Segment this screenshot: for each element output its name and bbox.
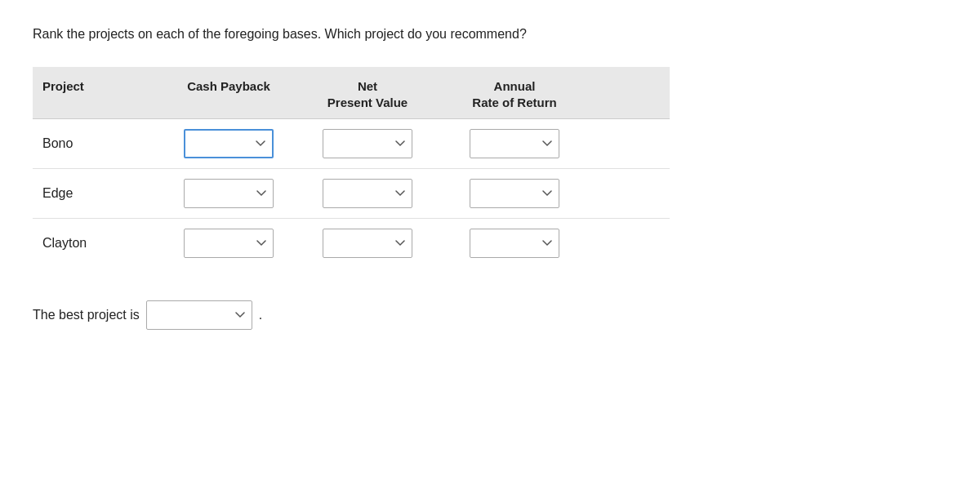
table-row: Edge 1 2 3 1 2 3 1 2 3 — [33, 169, 670, 219]
select-bono-arr[interactable]: 1 2 3 — [470, 129, 559, 158]
select-edge-cash-payback[interactable]: 1 2 3 — [184, 179, 274, 208]
cell-edge-arr: 1 2 3 — [441, 179, 588, 208]
table-header-row: Project Cash Payback Net Present Value A… — [33, 67, 670, 119]
cell-edge-npv: 1 2 3 — [294, 179, 441, 208]
project-name-clayton: Clayton — [33, 236, 163, 251]
cell-bono-npv: 1 2 3 — [294, 129, 441, 158]
cell-bono-cash-payback: 1 2 3 — [163, 129, 294, 158]
best-project-label: The best project is — [33, 308, 140, 322]
select-bono-cash-payback[interactable]: 1 2 3 — [184, 129, 274, 158]
cell-clayton-arr: 1 2 3 — [441, 229, 588, 258]
select-best-project[interactable]: Bono Edge Clayton — [146, 300, 252, 330]
header-net-present-value: Net Present Value — [294, 75, 441, 113]
table-row: Bono 1 2 3 1 2 3 1 2 3 — [33, 119, 670, 169]
bottom-section: The best project is Bono Edge Clayton . — [33, 300, 947, 330]
project-name-edge: Edge — [33, 186, 163, 201]
project-name-bono: Bono — [33, 136, 163, 151]
ranking-table: Project Cash Payback Net Present Value A… — [33, 67, 670, 268]
select-edge-arr[interactable]: 1 2 3 — [470, 179, 559, 208]
bottom-period: . — [259, 308, 262, 322]
cell-clayton-npv: 1 2 3 — [294, 229, 441, 258]
page-question: Rank the projects on each of the foregoi… — [33, 24, 947, 44]
select-clayton-arr[interactable]: 1 2 3 — [470, 229, 559, 258]
cell-edge-cash-payback: 1 2 3 — [163, 179, 294, 208]
select-clayton-cash-payback[interactable]: 1 2 3 — [184, 229, 274, 258]
select-bono-npv[interactable]: 1 2 3 — [323, 129, 412, 158]
table-row: Clayton 1 2 3 1 2 3 1 2 3 — [33, 219, 670, 268]
header-annual-rate-of-return: Annual Rate of Return — [441, 75, 588, 113]
header-cash-payback: Cash Payback — [163, 75, 294, 113]
header-project: Project — [33, 75, 163, 113]
cell-clayton-cash-payback: 1 2 3 — [163, 229, 294, 258]
select-edge-npv[interactable]: 1 2 3 — [323, 179, 412, 208]
cell-bono-arr: 1 2 3 — [441, 129, 588, 158]
select-clayton-npv[interactable]: 1 2 3 — [323, 229, 412, 258]
